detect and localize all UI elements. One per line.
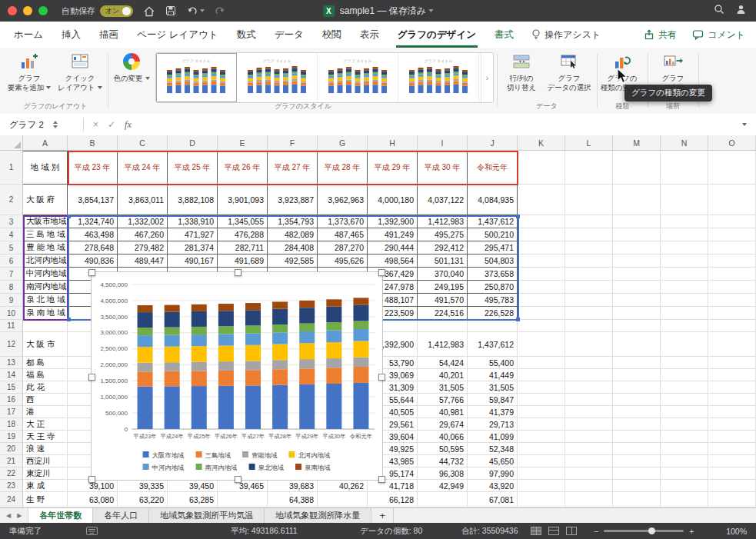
cell-M11[interactable]	[613, 320, 661, 332]
cell-I3[interactable]: 1,412,983	[418, 215, 468, 228]
cell-F2[interactable]: 3,923,887	[268, 185, 318, 215]
share-profile-icon[interactable]	[735, 4, 747, 18]
cell-I9[interactable]: 491,570	[418, 294, 468, 307]
name-box[interactable]: グラフ 2	[0, 114, 83, 135]
cell-D2[interactable]: 3,882,108	[168, 185, 218, 215]
cell-L2[interactable]	[565, 185, 613, 215]
row-header-18[interactable]: 18	[0, 418, 23, 431]
column-header-E[interactable]: E	[218, 135, 268, 150]
cell-N23[interactable]	[661, 480, 708, 492]
cell-J17[interactable]: 41,379	[468, 406, 518, 418]
cell-M23[interactable]	[613, 480, 661, 492]
cell-K6[interactable]	[518, 255, 565, 268]
cell-L5[interactable]	[565, 241, 613, 255]
chart-style-thumbnail[interactable]: グラフ タイトル	[156, 53, 237, 102]
cell-M17[interactable]	[613, 406, 661, 418]
cell-M3[interactable]	[613, 215, 661, 228]
cell-N3[interactable]	[661, 215, 708, 228]
cell-J6[interactable]: 504,803	[468, 255, 518, 268]
cell-G2[interactable]: 3,962,963	[318, 185, 368, 215]
cell-A17[interactable]: 港	[23, 406, 68, 418]
cell-B2[interactable]: 3,854,137	[68, 185, 118, 215]
ribbon-tab-表示[interactable]: 表示	[351, 22, 388, 48]
undo-dropdown-caret[interactable]	[200, 9, 205, 12]
cell-B5[interactable]: 278,648	[68, 241, 118, 255]
cell-M9[interactable]	[613, 294, 661, 307]
cell-O20[interactable]	[708, 443, 756, 455]
cell-E2[interactable]: 3,901,093	[218, 185, 268, 215]
expand-formula-bar-caret[interactable]	[742, 123, 747, 126]
cell-I16[interactable]: 57,766	[418, 394, 468, 406]
cell-M4[interactable]	[613, 228, 661, 241]
cell-I19[interactable]: 40,066	[418, 431, 468, 443]
cell-J11[interactable]	[468, 320, 518, 332]
row-header-10[interactable]: 10	[0, 307, 23, 320]
row-header-13[interactable]: 13	[0, 357, 23, 369]
cell-C23[interactable]: 39,335	[118, 480, 168, 492]
column-header-O[interactable]: O	[708, 135, 756, 150]
cell-J18[interactable]: 29,713	[468, 418, 518, 431]
cell-J7[interactable]: 373,658	[468, 268, 518, 281]
add-chart-element-button[interactable]: グラフ 要素を追加	[5, 51, 54, 91]
cell-N1[interactable]	[661, 151, 708, 185]
ribbon-tab-グラフのデザイン[interactable]: グラフのデザイン	[388, 22, 485, 48]
cell-E6[interactable]: 491,689	[218, 255, 268, 268]
cell-E1[interactable]: 平成 26 年	[218, 151, 268, 185]
column-header-K[interactable]: K	[518, 135, 565, 150]
cell-A21[interactable]: 西淀川	[23, 455, 68, 467]
cell-J4[interactable]: 500,210	[468, 228, 518, 241]
tell-me-assist[interactable]: 操作アシスト	[531, 28, 601, 42]
cell-L12[interactable]	[565, 332, 613, 357]
chart-selection-handle[interactable]	[378, 269, 385, 276]
cell-K16[interactable]	[518, 394, 565, 406]
row-header-14[interactable]: 14	[0, 369, 23, 381]
cell-L10[interactable]	[565, 307, 613, 320]
cell-J20[interactable]: 52,348	[468, 443, 518, 455]
cell-N16[interactable]	[661, 394, 708, 406]
cell-C3[interactable]: 1,332,002	[118, 215, 168, 228]
zoom-percentage[interactable]: 100%	[726, 527, 747, 536]
cell-A11[interactable]	[23, 320, 68, 332]
cell-A5[interactable]: 豊 能 地 域	[23, 241, 68, 255]
cell-N24[interactable]	[661, 492, 708, 507]
cell-K19[interactable]	[518, 431, 565, 443]
column-header-D[interactable]: D	[168, 135, 218, 150]
cell-K23[interactable]	[518, 480, 565, 492]
cell-N17[interactable]	[661, 406, 708, 418]
column-header-G[interactable]: G	[318, 135, 368, 150]
cell-B1[interactable]: 平成 23 年	[68, 151, 118, 185]
cell-A10[interactable]: 泉 南 地 域	[23, 307, 68, 320]
cell-M24[interactable]	[613, 492, 661, 507]
cell-N5[interactable]	[661, 241, 708, 255]
ribbon-tab-数式[interactable]: 数式	[228, 22, 265, 48]
cell-K9[interactable]	[518, 294, 565, 307]
cell-O14[interactable]	[708, 369, 756, 381]
cell-G5[interactable]: 287,270	[318, 241, 368, 255]
cell-A9[interactable]: 泉 北 地 域	[23, 294, 68, 307]
chart-style-thumbnail[interactable]: グラフ タイトル	[318, 53, 398, 102]
cell-N11[interactable]	[661, 320, 708, 332]
cell-G3[interactable]: 1,373,670	[318, 215, 368, 228]
row-header-2[interactable]: 2	[0, 185, 23, 215]
cell-I4[interactable]: 495,275	[418, 228, 468, 241]
name-box-stepper[interactable]	[53, 121, 58, 128]
cell-K4[interactable]	[518, 228, 565, 241]
cell-A13[interactable]: 都 島	[23, 357, 68, 369]
column-header-A[interactable]: A	[23, 135, 68, 150]
cell-K20[interactable]	[518, 443, 565, 455]
cell-M10[interactable]	[613, 307, 661, 320]
cell-B4[interactable]: 463,498	[68, 228, 118, 241]
cell-K12[interactable]	[518, 332, 565, 357]
cell-G6[interactable]: 495,626	[318, 255, 368, 268]
cell-L18[interactable]	[565, 418, 613, 431]
cell-L6[interactable]	[565, 255, 613, 268]
row-header-19[interactable]: 19	[0, 431, 23, 443]
cell-G24[interactable]	[318, 492, 368, 507]
cell-J13[interactable]: 55,400	[468, 357, 518, 369]
ribbon-tab-データ[interactable]: データ	[265, 22, 313, 48]
home-icon[interactable]	[143, 5, 155, 17]
cell-K1[interactable]	[518, 151, 565, 185]
zoom-slider[interactable]	[604, 530, 684, 532]
cell-N21[interactable]	[661, 455, 708, 467]
cell-F24[interactable]: 64,388	[268, 492, 318, 507]
